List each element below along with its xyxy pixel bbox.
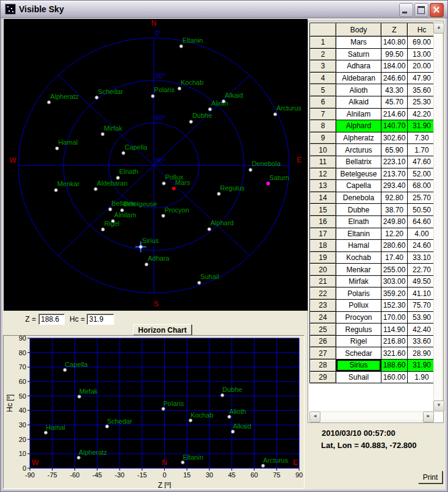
row-number-cell[interactable]: 12 bbox=[310, 168, 336, 180]
title-bar[interactable]: Visible Sky bbox=[1, 1, 447, 18]
body-data-cell[interactable]: 12.20 bbox=[381, 228, 408, 240]
row-number-cell[interactable]: 3 bbox=[310, 60, 336, 73]
row-number-cell[interactable]: 25 bbox=[310, 324, 336, 336]
body-data-cell[interactable]: Pollux bbox=[336, 300, 381, 312]
body-data-cell[interactable]: 1.90 bbox=[408, 371, 436, 383]
body-data-cell[interactable]: 41.10 bbox=[408, 288, 436, 300]
body-data-cell[interactable]: 223.10 bbox=[381, 156, 408, 168]
body-data-cell[interactable]: Alpheratz bbox=[336, 132, 381, 144]
body-data-cell[interactable]: 7.30 bbox=[408, 132, 436, 144]
body-data-cell[interactable]: 321.60 bbox=[381, 347, 408, 360]
body-data-cell[interactable]: 50.50 bbox=[408, 204, 436, 216]
row-number-cell[interactable]: 17 bbox=[310, 228, 336, 240]
body-data-cell[interactable]: 170.00 bbox=[381, 311, 408, 324]
body-data-cell[interactable]: 31.90 bbox=[408, 360, 436, 372]
body-data-cell[interactable]: 69.00 bbox=[408, 37, 436, 49]
body-data-cell[interactable]: 1.70 bbox=[408, 144, 436, 156]
body-data-cell[interactable]: 17.40 bbox=[381, 251, 408, 264]
body-data-cell[interactable]: 25.70 bbox=[408, 192, 436, 204]
body-data-cell[interactable]: Schedar bbox=[336, 347, 381, 360]
column-header-Body[interactable]: Body bbox=[336, 23, 381, 37]
body-data-cell[interactable]: Alkaid bbox=[336, 96, 381, 108]
row-number-cell[interactable]: 26 bbox=[310, 335, 336, 347]
body-data-cell[interactable]: 249.80 bbox=[381, 215, 408, 228]
body-data-cell[interactable]: 43.30 bbox=[381, 84, 408, 96]
maximize-button[interactable] bbox=[414, 3, 428, 17]
body-data-cell[interactable]: 49.50 bbox=[408, 275, 436, 288]
body-data-cell[interactable]: 302.60 bbox=[381, 132, 408, 144]
body-data-cell[interactable]: 216.80 bbox=[381, 335, 408, 347]
body-data-cell[interactable]: 99.50 bbox=[381, 48, 408, 60]
body-data-cell[interactable]: Mirfak bbox=[336, 275, 381, 288]
body-data-cell[interactable]: Kochab bbox=[336, 251, 381, 264]
body-data-cell[interactable]: 280.60 bbox=[381, 240, 408, 252]
body-data-cell[interactable]: 42.40 bbox=[408, 324, 436, 336]
scroll-up-button[interactable]: ▲ bbox=[433, 23, 444, 34]
row-number-cell[interactable]: 21 bbox=[310, 275, 336, 288]
body-data-cell[interactable]: 42.20 bbox=[408, 108, 436, 120]
body-data-cell[interactable]: 64.60 bbox=[408, 215, 436, 228]
body-data-cell[interactable]: Aldebaran bbox=[336, 72, 381, 84]
row-number-cell[interactable]: 1 bbox=[310, 37, 336, 49]
body-data-cell[interactable]: 214.60 bbox=[381, 108, 408, 120]
row-number-cell[interactable]: 4 bbox=[310, 72, 336, 84]
body-data-cell[interactable]: 52.00 bbox=[408, 168, 436, 180]
print-button[interactable]: Print bbox=[418, 471, 443, 483]
star-marker-alkaid[interactable] bbox=[231, 430, 234, 433]
body-data-cell[interactable]: 38.70 bbox=[381, 204, 408, 216]
body-data-cell[interactable]: 213.70 bbox=[381, 168, 408, 180]
star-marker-arcturus[interactable] bbox=[261, 464, 265, 468]
body-data-cell[interactable]: Elnath bbox=[336, 215, 381, 228]
row-number-cell[interactable]: 27 bbox=[310, 347, 336, 360]
body-data-cell[interactable]: 13.00 bbox=[408, 48, 436, 60]
body-data-cell[interactable]: Adhara bbox=[336, 60, 381, 73]
row-number-cell[interactable]: 5 bbox=[310, 84, 336, 96]
row-number-cell[interactable]: 8 bbox=[310, 120, 336, 132]
body-data-cell[interactable]: 293.40 bbox=[381, 180, 408, 192]
body-data-cell[interactable]: 33.10 bbox=[408, 251, 436, 264]
row-number-cell[interactable]: 7 bbox=[310, 108, 336, 120]
body-data-cell[interactable]: 35.60 bbox=[408, 84, 436, 96]
row-number-cell[interactable]: 15 bbox=[310, 204, 336, 216]
sky-chart[interactable]: 0°30°60°90°NSEWMarsSaturnAdharaAldebaran… bbox=[4, 19, 308, 311]
row-number-cell[interactable]: 24 bbox=[310, 311, 336, 324]
body-data-cell[interactable]: 33.60 bbox=[408, 335, 436, 347]
body-data-cell[interactable]: Eltanin bbox=[336, 228, 381, 240]
body-data-cell[interactable]: Alphard bbox=[336, 120, 381, 132]
scroll-left-button[interactable]: ◄ bbox=[309, 411, 320, 422]
body-data-cell[interactable]: Menkar bbox=[336, 264, 381, 276]
row-number-cell[interactable]: 11 bbox=[310, 156, 336, 168]
planet-marker-saturn[interactable] bbox=[266, 182, 270, 186]
row-number-cell[interactable]: 9 bbox=[310, 132, 336, 144]
body-data-cell[interactable]: Mars bbox=[336, 37, 381, 49]
planet-marker-mars[interactable] bbox=[172, 187, 176, 190]
close-button[interactable] bbox=[430, 3, 444, 17]
body-data-cell[interactable]: 31.90 bbox=[408, 120, 436, 132]
row-number-cell[interactable]: 28 bbox=[310, 360, 336, 372]
body-data-cell[interactable]: Dubhe bbox=[336, 204, 381, 216]
body-data-cell[interactable]: Denebola bbox=[336, 192, 381, 204]
row-number-cell[interactable]: 2 bbox=[310, 48, 336, 60]
star-marker-capella[interactable] bbox=[63, 368, 67, 372]
body-data-cell[interactable]: 303.00 bbox=[381, 275, 408, 288]
body-data-cell[interactable]: Saturn bbox=[336, 48, 381, 60]
body-data-cell[interactable]: Bellatrix bbox=[336, 156, 381, 168]
column-header-Z[interactable]: Z bbox=[381, 23, 408, 37]
body-data-cell[interactable]: 152.30 bbox=[381, 300, 408, 312]
body-data-cell[interactable]: 25.30 bbox=[408, 96, 436, 108]
body-data-cell[interactable]: 255.00 bbox=[381, 264, 408, 276]
body-data-cell[interactable]: 114.90 bbox=[381, 324, 408, 336]
body-data-cell[interactable]: Arcturus bbox=[336, 144, 381, 156]
hc-input[interactable] bbox=[87, 314, 114, 325]
minimize-button[interactable] bbox=[399, 3, 413, 17]
row-number-cell[interactable]: 10 bbox=[310, 144, 336, 156]
body-data-cell[interactable]: 28.90 bbox=[408, 347, 436, 360]
body-data-cell[interactable]: 188.60 bbox=[381, 360, 408, 372]
body-data-cell[interactable]: 68.00 bbox=[408, 180, 436, 192]
row-number-cell[interactable]: 16 bbox=[310, 215, 336, 228]
z-input[interactable] bbox=[38, 314, 65, 325]
horizon-chart-button[interactable]: Horizon Chart bbox=[133, 324, 192, 335]
body-data-cell[interactable]: Rigel bbox=[336, 335, 381, 347]
body-data-cell[interactable]: Hamal bbox=[336, 240, 381, 252]
row-number-cell[interactable]: 13 bbox=[310, 180, 336, 192]
